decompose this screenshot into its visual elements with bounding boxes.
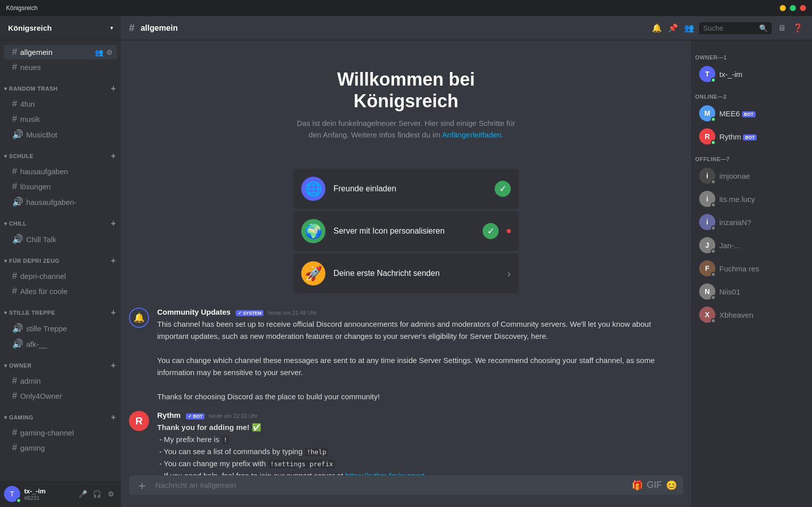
- category-chill[interactable]: ▾ CHILL +: [0, 210, 121, 231]
- channel-item-neues[interactable]: # neues: [4, 60, 117, 75]
- maximize-button[interactable]: □: [790, 5, 796, 11]
- category-random-trash[interactable]: ▾ RANDOM TRASH +: [0, 75, 121, 96]
- member-name-imjoonae: imjoonae: [719, 172, 750, 180]
- titlebar: Königsreich ─ □ ✕: [0, 0, 812, 16]
- action-label-message: Deine erste Nachricht senden: [333, 269, 499, 278]
- hash-icon: #: [12, 114, 17, 124]
- category-stille[interactable]: ▾ STILLE TREPPE +: [0, 299, 121, 320]
- channel-item-hausaufgaben-voice[interactable]: 🔊 hausaufgaben-: [4, 194, 117, 209]
- category-schule[interactable]: ▾ SCHULE +: [0, 142, 121, 164]
- channel-item-musik[interactable]: # musik: [4, 112, 117, 126]
- member-item-xbheaven[interactable]: X Xbheaven: [695, 304, 808, 326]
- user-controls: 🎤 🎧 ⚙: [77, 488, 117, 500]
- members-button[interactable]: 👥: [683, 22, 695, 34]
- add-channel-icon[interactable]: +: [110, 83, 117, 94]
- category-depri[interactable]: ▾ FÜR DEPRI ZEUG +: [0, 247, 121, 268]
- channel-item-stille-treppe[interactable]: 🔊 stille Treppe: [4, 321, 117, 336]
- channels-list: # allgemein 👥 ⚙ # neues ▾ RANDOM TRASH +…: [0, 40, 121, 481]
- message-group-rythm: R Rythm ✓ BOT heute um 22:02 Uhr Thank y…: [121, 409, 691, 475]
- message-input-area: ＋ 🎁 GIF 😊: [121, 475, 691, 507]
- user-area: T tx-_-im #8231 🎤 🎧 ⚙: [0, 481, 121, 507]
- action-icon-server: 🌍: [301, 219, 325, 243]
- status-dot-imjoonae: [711, 179, 716, 184]
- channel-item-coole[interactable]: # Alles für coole: [4, 284, 117, 299]
- channel-item-allgemein[interactable]: # allgemein 👥 ⚙: [4, 45, 117, 59]
- channel-header: # allgemein 🔔 📌 👥 Suche 🔍 🖥 ❓: [121, 16, 812, 40]
- add-member-icon[interactable]: 👥: [95, 48, 103, 56]
- member-name-mee6: MEE6BOT: [719, 109, 756, 118]
- member-category-offline: OFFLINE—7: [691, 148, 812, 164]
- beginner-guide-link[interactable]: Anfängerleitfaden.: [442, 130, 504, 139]
- pin-button[interactable]: 📌: [667, 22, 679, 34]
- channel-item-depri[interactable]: # depri-channel: [4, 269, 117, 283]
- member-item-imjoonae[interactable]: i imjoonae: [695, 165, 808, 187]
- member-item-jan[interactable]: J Jan-...: [695, 234, 808, 256]
- member-item-niis[interactable]: N Niis01: [695, 280, 808, 303]
- channel-item-4fun[interactable]: # 4fun: [4, 97, 117, 111]
- settings-icon[interactable]: ⚙: [106, 48, 113, 56]
- channel-item-gaming-channel[interactable]: # gaming-channel: [4, 425, 117, 440]
- add-channel-icon[interactable]: +: [110, 307, 117, 318]
- mute-button[interactable]: 🎤: [77, 488, 89, 500]
- settings-button[interactable]: ⚙: [105, 488, 117, 500]
- message-input[interactable]: [155, 475, 626, 495]
- server-header[interactable]: Königsreich ▾: [0, 16, 121, 40]
- username: tx-_-im: [24, 487, 73, 495]
- welcome-description: Das ist dein funkelnagelneuer Server. Hi…: [295, 118, 517, 140]
- rythm-support-link[interactable]: https://rythm.fm/support: [346, 471, 425, 475]
- channel-item-losungen[interactable]: # lösungen: [4, 179, 117, 194]
- search-box[interactable]: Suche 🔍: [699, 22, 772, 34]
- hash-icon: #: [12, 427, 17, 438]
- category-owner[interactable]: ▾ OWNER +: [0, 352, 121, 373]
- add-channel-icon[interactable]: +: [110, 360, 117, 371]
- members-sidebar: OWNER—1 T tx-_-im ONLINE—2 M MEE6BOT: [691, 40, 812, 507]
- search-placeholder: Suche: [703, 24, 723, 32]
- add-channel-icon[interactable]: +: [110, 151, 117, 162]
- add-channel-icon[interactable]: +: [110, 412, 117, 423]
- minimize-button[interactable]: ─: [780, 5, 786, 11]
- channel-item-chill-talk[interactable]: 🔊 Chill Talk: [4, 232, 117, 247]
- member-category-owner: OWNER—1: [691, 46, 812, 62]
- hash-icon: #: [12, 166, 17, 177]
- status-dot-fuchma: [711, 272, 716, 277]
- inbox-button[interactable]: 🖥: [776, 22, 788, 34]
- close-button[interactable]: ✕: [800, 5, 806, 11]
- action-card-message[interactable]: 🚀 Deine erste Nachricht senden ›: [293, 253, 519, 294]
- gif-button[interactable]: GIF: [647, 478, 662, 493]
- messages-area: Willkommen beiKönigsreich Das ist dein f…: [121, 40, 691, 475]
- status-dot-mee6: [711, 117, 716, 122]
- action-card-icon[interactable]: 🌍 Server mit Icon personalisieren ✓: [293, 211, 519, 251]
- message-text-rythm: Thank you for adding me! ✅ - My prefix h…: [157, 421, 683, 475]
- action-card-freunde[interactable]: 🌐 Freunde einladen ✓: [293, 169, 519, 209]
- channel-item-afk[interactable]: 🔊 afk-__: [4, 336, 117, 351]
- channel-item-only4owner[interactable]: # Only4Owner: [4, 389, 117, 403]
- member-item-rythm[interactable]: R RythmBOT: [695, 125, 808, 148]
- member-item-inzarian[interactable]: i inzariaN?: [695, 211, 808, 233]
- hash-icon: #: [12, 181, 17, 192]
- channel-item-musicbot[interactable]: 🔊 MusicBot: [4, 127, 117, 142]
- channel-header-name: allgemein: [141, 24, 178, 33]
- message-group-community: 🔔 Community Updates ✓ SYSTEM heute um 21…: [121, 306, 691, 405]
- app-container: Königsreich ▾ # allgemein 👥 ⚙ # neues ▾ …: [0, 16, 812, 507]
- member-item-tx[interactable]: T tx-_-im: [695, 63, 808, 85]
- deafen-button[interactable]: 🎧: [91, 488, 103, 500]
- add-attachment-button[interactable]: ＋: [133, 476, 151, 494]
- member-item-mee6[interactable]: M MEE6BOT: [695, 102, 808, 124]
- channel-item-admin[interactable]: # admin: [4, 374, 117, 388]
- add-channel-icon[interactable]: +: [110, 218, 117, 229]
- channel-item-gaming[interactable]: # gaming: [4, 441, 117, 455]
- add-channel-icon[interactable]: +: [110, 255, 117, 266]
- notifications-button[interactable]: 🔔: [651, 22, 663, 34]
- emoji-button[interactable]: 😊: [664, 478, 679, 493]
- category-gaming[interactable]: ▾ GAMING +: [0, 404, 121, 425]
- channel-item-hausaufgaben[interactable]: # hausaufgaben: [4, 164, 117, 179]
- member-item-fuchma[interactable]: F Fuchma res: [695, 257, 808, 279]
- hash-icon: #: [12, 376, 17, 386]
- status-dot-rythm: [711, 140, 716, 145]
- member-item-lucy[interactable]: i its.me.lucy: [695, 188, 808, 210]
- gift-button[interactable]: 🎁: [630, 478, 645, 493]
- titlebar-title: Königsreich: [6, 5, 38, 12]
- status-dot: [16, 498, 21, 503]
- help-button[interactable]: ❓: [792, 22, 804, 34]
- member-name-fuchma: Fuchma res: [719, 264, 759, 273]
